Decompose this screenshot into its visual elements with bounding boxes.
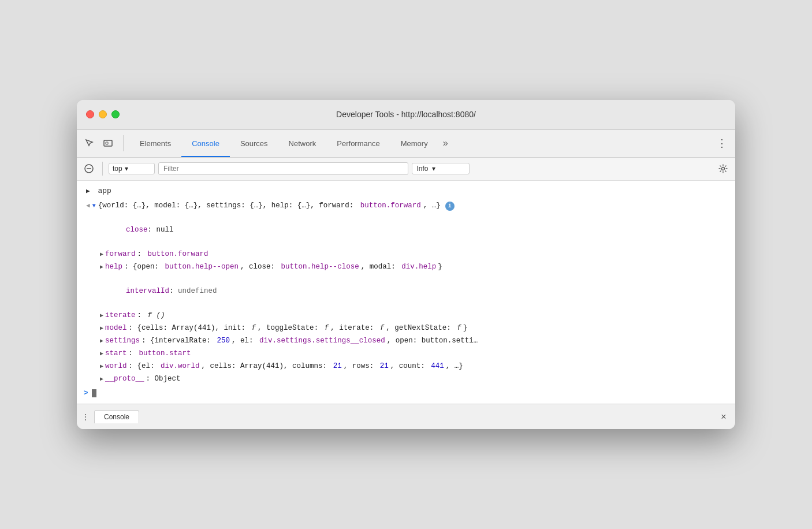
prompt-symbol: > <box>84 388 88 399</box>
expand-icon[interactable]: ▶ <box>100 362 103 371</box>
more-tabs-button[interactable]: » <box>438 129 453 157</box>
console-settings-button[interactable] <box>716 161 731 176</box>
filter-input[interactable] <box>158 162 408 175</box>
svg-point-4 <box>722 167 725 170</box>
prop-world: ▶ world: {el: div.world, cells: Array(44… <box>77 360 735 372</box>
prop-model: ▶ model: {cells: Array(441), init: f, to… <box>77 322 735 334</box>
minimize-button[interactable] <box>99 110 107 118</box>
prop-help: ▶ help: {open: button.help--open, close:… <box>77 260 735 273</box>
chevron-down-icon: ▾ <box>432 165 435 173</box>
console-entry-object: ◀ ▼ {world: {…}, model: {…}, settings: {… <box>77 199 735 212</box>
tab-toolbar: Elements Console Sources Network Perform… <box>77 130 735 158</box>
toolbar-separator <box>102 162 103 176</box>
prop-start: ▶ start: button.start <box>77 347 735 360</box>
devtools-window: Developer Tools - http://localhost:8080/… <box>77 100 735 430</box>
expand-icon[interactable]: ▶ <box>100 349 103 359</box>
tab-performance[interactable]: Performance <box>326 129 390 157</box>
prop-forward: ▶ forward: button.forward <box>77 248 735 260</box>
expand-icon[interactable]: ▶ <box>100 375 103 384</box>
prop-close: close: null <box>77 212 735 248</box>
maximize-button[interactable] <box>111 110 120 118</box>
traffic-lights <box>86 110 120 118</box>
expand-icon[interactable]: ▶ <box>100 324 103 333</box>
app-label: app <box>98 187 111 195</box>
chevron-down-icon: ▾ <box>125 165 128 173</box>
devtools-menu-button[interactable]: ⋮ <box>713 137 731 150</box>
prop-proto: ▶ __proto__: Object <box>77 372 735 385</box>
clear-console-button[interactable] <box>81 161 96 176</box>
info-badge[interactable]: i <box>445 202 455 211</box>
close-button[interactable] <box>86 110 94 118</box>
drawer-console-tab[interactable]: Console <box>94 410 139 423</box>
context-select[interactable]: top ▾ <box>109 163 155 174</box>
tab-sources[interactable]: Sources <box>230 129 278 157</box>
prop-iterate: ▶ iterate: f () <box>77 309 735 322</box>
expand-icon[interactable]: ▶ <box>100 311 103 321</box>
tab-list: Elements Console Sources Network Perform… <box>129 129 712 157</box>
log-level-select[interactable]: Info ▾ <box>412 163 470 174</box>
expand-arrow-app[interactable]: ▶ <box>86 188 90 195</box>
prop-intervalid: intervalId: undefined <box>77 273 735 309</box>
svg-rect-1 <box>106 142 108 144</box>
expand-icon[interactable]: ▶ <box>100 337 103 346</box>
prompt-cursor[interactable] <box>92 389 96 397</box>
toolbar-icons <box>81 135 124 151</box>
console-toolbar: top ▾ Info ▾ <box>77 158 735 181</box>
tab-console[interactable]: Console <box>181 129 230 157</box>
window-title: Developer Tools - http://localhost:8080/ <box>336 110 476 119</box>
expand-icon[interactable]: ▶ <box>100 250 103 259</box>
bottom-drawer: ⋮ Console × <box>77 404 735 429</box>
drawer-menu-button[interactable]: ⋮ <box>81 412 90 422</box>
tab-memory[interactable]: Memory <box>390 129 438 157</box>
tab-network[interactable]: Network <box>278 129 327 157</box>
prop-settings: ▶ settings: {intervalRate: 250, el: div.… <box>77 334 735 347</box>
back-arrow-icon: ◀ <box>86 201 90 211</box>
titlebar: Developer Tools - http://localhost:8080/ <box>77 100 735 130</box>
device-toggle-icon[interactable] <box>100 135 116 151</box>
console-prompt: > <box>77 385 735 401</box>
tab-elements[interactable]: Elements <box>129 129 181 157</box>
console-output: ▶ app ◀ ▼ {world: {…}, model: {…}, setti… <box>77 181 735 404</box>
inspect-icon[interactable] <box>81 135 98 151</box>
drawer-close-button[interactable]: × <box>717 410 731 424</box>
console-entry-app: ▶ app <box>77 183 735 200</box>
expanded-arrow-icon[interactable]: ▼ <box>92 202 96 211</box>
expand-icon[interactable]: ▶ <box>100 263 103 272</box>
